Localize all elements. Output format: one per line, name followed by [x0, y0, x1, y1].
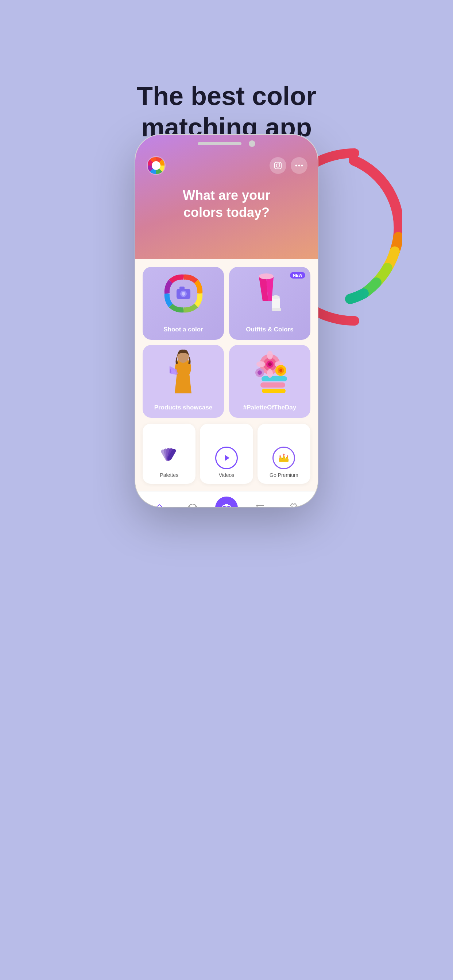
- svg-rect-11: [179, 286, 185, 290]
- header-title-line2: colors today?: [183, 205, 270, 220]
- svg-point-25: [267, 351, 273, 360]
- more-button[interactable]: [291, 157, 308, 174]
- small-cards-row: Palettes Videos: [143, 424, 310, 484]
- svg-point-33: [257, 371, 262, 375]
- videos-icon: [215, 447, 238, 469]
- svg-rect-18: [262, 376, 287, 381]
- svg-point-26: [267, 369, 273, 378]
- svg-point-4: [279, 163, 281, 164]
- headline: The best color matching app: [137, 80, 316, 143]
- palettes-card[interactable]: Palettes: [143, 424, 196, 484]
- products-image: [143, 345, 224, 398]
- nav-palettes[interactable]: [249, 497, 271, 507]
- nav-outfits[interactable]: [283, 497, 305, 507]
- products-showcase-label: Products showcase: [154, 404, 213, 411]
- svg-rect-20: [262, 389, 286, 393]
- bottom-navigation: [135, 491, 318, 507]
- app-logo: [145, 155, 167, 176]
- go-premium-label: Go Premium: [270, 472, 298, 478]
- svg-point-46: [225, 507, 228, 507]
- svg-point-24: [268, 363, 272, 366]
- phone-notch: [135, 135, 318, 153]
- svg-rect-19: [260, 382, 285, 388]
- shoot-color-card[interactable]: Shoot a color: [143, 267, 224, 340]
- notch-camera: [249, 140, 255, 147]
- products-showcase-card[interactable]: Products showcase: [143, 345, 224, 418]
- notch-pill: [198, 142, 241, 145]
- header-actions: [270, 157, 308, 174]
- svg-point-6: [298, 165, 300, 167]
- svg-point-41: [283, 454, 285, 456]
- svg-point-31: [279, 369, 282, 372]
- header-title: What are your colors today?: [145, 187, 308, 221]
- palettes-label: Palettes: [160, 472, 179, 478]
- header-title-line1: What are your: [183, 188, 270, 203]
- premium-icon: [273, 447, 295, 469]
- palette-of-day-card[interactable]: #PaletteOfTheDay: [229, 345, 310, 418]
- svg-point-43: [287, 455, 288, 457]
- go-premium-card[interactable]: Go Premium: [257, 424, 310, 484]
- videos-card[interactable]: Videos: [200, 424, 253, 484]
- svg-point-1: [152, 161, 161, 170]
- shoot-color-image: [143, 267, 224, 320]
- nav-camera[interactable]: [215, 496, 238, 507]
- app-content: Shoot a color NEW: [135, 259, 318, 491]
- svg-rect-2: [274, 162, 281, 169]
- svg-point-48: [256, 504, 258, 506]
- nav-home[interactable]: [148, 497, 170, 507]
- palettes-icon: [159, 445, 179, 469]
- headline-line1: The best color: [137, 81, 316, 110]
- instagram-button[interactable]: [270, 157, 286, 174]
- outfits-colors-label: Outfits & Colors: [246, 326, 293, 333]
- svg-point-3: [276, 164, 279, 167]
- nav-wardrobe[interactable]: [182, 497, 204, 507]
- svg-point-12: [259, 274, 274, 279]
- svg-point-27: [257, 361, 265, 367]
- svg-point-10: [182, 292, 185, 296]
- svg-rect-14: [272, 308, 281, 311]
- phone-screen: What are your colors today?: [135, 135, 318, 507]
- outfits-colors-card[interactable]: NEW: [229, 267, 310, 340]
- palette-of-day-label: #PaletteOfTheDay: [243, 404, 297, 411]
- svg-rect-13: [272, 297, 280, 310]
- svg-rect-40: [279, 460, 289, 462]
- header-top-bar: [145, 155, 308, 176]
- phone-mockup: What are your colors today?: [135, 135, 318, 507]
- svg-point-5: [295, 165, 297, 167]
- videos-label: Videos: [219, 472, 234, 478]
- svg-point-42: [279, 455, 281, 457]
- app-header: What are your colors today?: [135, 135, 318, 259]
- svg-point-47: [228, 506, 230, 507]
- svg-marker-39: [225, 455, 230, 461]
- main-cards-grid: Shoot a color NEW: [143, 267, 310, 418]
- svg-point-7: [301, 165, 303, 167]
- new-badge: NEW: [290, 272, 305, 278]
- rainbow-arc-decoration: [307, 138, 402, 328]
- palette-image: [229, 345, 310, 398]
- svg-point-15: [272, 295, 280, 299]
- shoot-color-label: Shoot a color: [163, 326, 203, 333]
